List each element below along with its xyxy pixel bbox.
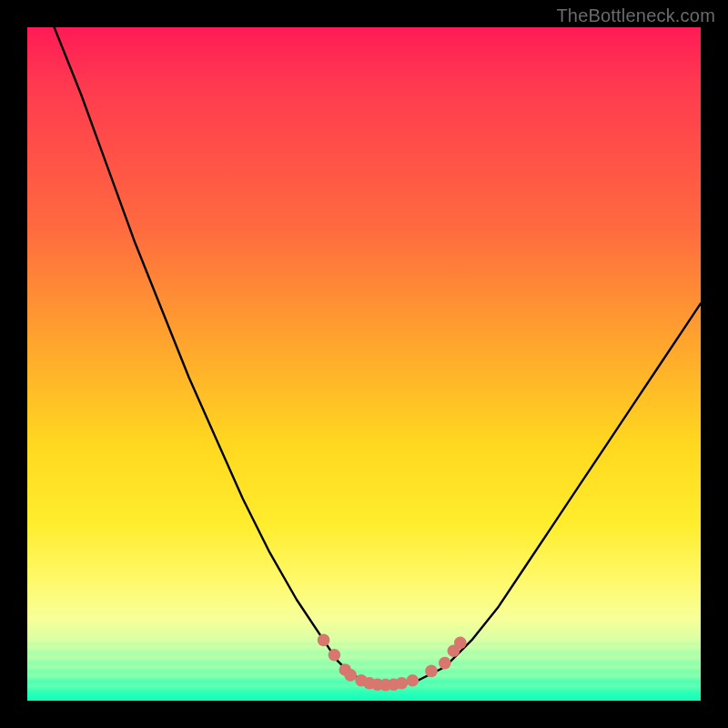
chart-frame: TheBottleneck.com	[0, 0, 728, 728]
curve-marker	[396, 677, 409, 690]
plot-area	[27, 27, 701, 701]
curve-marker	[318, 634, 330, 647]
curve-marker	[425, 665, 438, 678]
curve-marker	[454, 637, 467, 650]
curve-marker	[439, 657, 451, 670]
bottleneck-curve	[27, 27, 701, 685]
curve-marker	[407, 674, 420, 687]
watermark-text: TheBottleneck.com	[556, 5, 715, 26]
curve-marker	[344, 669, 357, 682]
curve-marker	[329, 649, 341, 662]
curve-layer	[27, 27, 701, 701]
